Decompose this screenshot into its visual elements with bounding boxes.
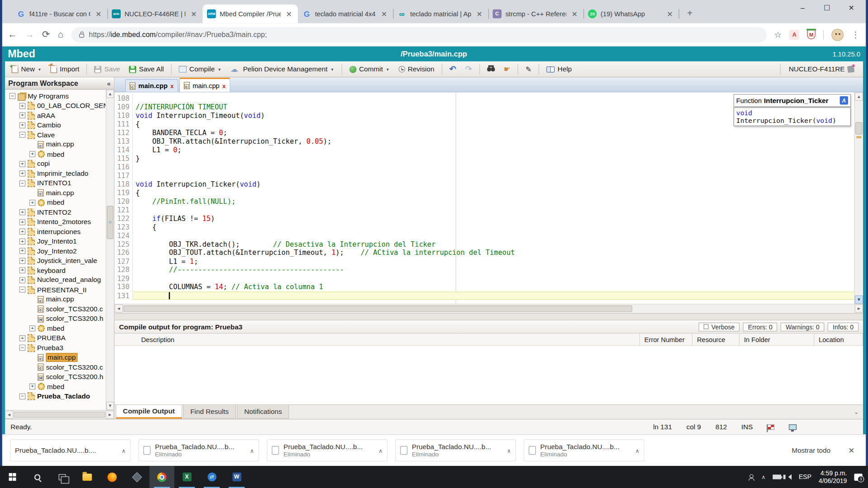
code-line[interactable]: 129	[114, 274, 854, 283]
browser-tab[interactable]: ∞teclado matricial | Apre✕	[393, 5, 488, 23]
close-tab-icon[interactable]: ✕	[665, 9, 675, 18]
firefox-button[interactable]	[99, 466, 124, 488]
browser-tab[interactable]: 20(19) WhatsApp✕	[584, 5, 679, 23]
scroll-thumb[interactable]	[855, 122, 863, 135]
compile-column-header[interactable]: Location	[814, 333, 863, 345]
tree-item[interactable]: +mbed	[5, 198, 106, 207]
close-editor-tab-icon[interactable]: x	[170, 82, 174, 89]
reload-button[interactable]: ⟳	[42, 29, 50, 41]
code-line[interactable]: 127 L1 = 1;	[114, 257, 854, 266]
code-line[interactable]: 131	[114, 291, 854, 300]
commit-button[interactable]: Commit▼	[346, 64, 393, 75]
tree-item[interactable]: +Joy_Intento2	[5, 246, 106, 256]
code-line[interactable]: 125 OBJ_TKR.detach(); // Desactiva la In…	[114, 240, 854, 249]
save-all-button[interactable]: Save All	[126, 64, 167, 75]
tree-item[interactable]: scolor_TCS3200.h	[5, 372, 106, 381]
collapse-icon[interactable]: −	[19, 393, 25, 399]
download-item[interactable]: Prueba_Taclado.NU....b...Eliminado∧	[524, 439, 644, 461]
tree-item[interactable]: +mbed	[5, 150, 106, 159]
adobe-extension-icon[interactable]: A	[789, 30, 799, 40]
collapse-icon[interactable]: −	[19, 287, 25, 293]
tree-item[interactable]: scolor_TCS3200.c	[5, 362, 106, 372]
new-tab-button[interactable]: +	[682, 5, 698, 21]
pelion-button[interactable]: ☁ Pelion Device Management▼	[227, 64, 338, 75]
close-tab-icon[interactable]: ✕	[94, 9, 103, 18]
close-editor-tab-icon[interactable]: x	[222, 82, 226, 89]
mcafee-extension-icon[interactable]: M	[807, 30, 815, 39]
expand-icon[interactable]: +	[19, 161, 25, 167]
tree-item[interactable]: +mbed	[5, 324, 106, 333]
expand-icon[interactable]: +	[19, 267, 25, 273]
errors-count[interactable]: Errors: 0	[743, 322, 778, 331]
tree-item[interactable]: +INTENTO2	[5, 207, 106, 217]
scroll-thumb[interactable]	[123, 305, 632, 312]
expand-icon[interactable]: +	[19, 113, 25, 118]
tree-item[interactable]: +mbed	[5, 382, 106, 391]
tree-item[interactable]: +aRAA	[5, 111, 106, 120]
tree-item[interactable]: +Joystick_inten_vale	[5, 256, 106, 265]
undo-button[interactable]: ↶	[446, 62, 459, 75]
sync-app-button[interactable]: ⇄	[199, 466, 224, 488]
tree-item[interactable]: main.cpp	[5, 140, 106, 149]
scroll-right-icon[interactable]: ►	[855, 304, 863, 312]
tree-item[interactable]: +Nucleo_read_analog	[5, 275, 106, 285]
close-tab-icon[interactable]: ✕	[284, 9, 293, 18]
tree-item[interactable]: −PRESENTAR_II	[5, 285, 106, 295]
compile-button[interactable]: Compile▼	[175, 64, 225, 75]
scroll-down-icon[interactable]: ▼	[855, 296, 863, 304]
compile-column-header[interactable]: In Folder	[740, 333, 814, 345]
download-menu-chevron[interactable]: ∧	[378, 447, 382, 453]
editor-vertical-scrollbar[interactable]: ▲ ▼	[854, 92, 863, 304]
output-tab-find-results[interactable]: Find Results	[183, 405, 236, 419]
panel-chevron-icon[interactable]: ⌄	[849, 409, 863, 415]
back-button[interactable]: ←	[8, 29, 17, 40]
language-indicator[interactable]: ESP	[799, 474, 811, 480]
tree-item[interactable]: +copi	[5, 159, 106, 169]
code-line[interactable]: 115}	[114, 154, 854, 163]
code-line[interactable]: 116	[114, 163, 854, 171]
code-line[interactable]: 124	[114, 231, 854, 240]
scroll-left-icon[interactable]: ◄	[5, 411, 13, 419]
code-line[interactable]: 118void Interrupcion_Ticker(void)	[114, 180, 854, 188]
sidebar-horizontal-scrollbar[interactable]: ◄ ►	[5, 410, 114, 419]
speaker-icon[interactable]	[788, 474, 791, 479]
code-line[interactable]: 112 BANDERA_TECLA = 0;	[114, 128, 854, 137]
browser-tab[interactable]: Gteclado matricial 4x4 d✕	[298, 5, 393, 23]
close-tab-icon[interactable]: ✕	[475, 9, 484, 18]
help-button[interactable]: Help	[543, 64, 576, 75]
expand-icon[interactable]: +	[19, 238, 25, 244]
expand-icon[interactable]: +	[29, 325, 35, 331]
tree-item[interactable]: +PRUEBA	[5, 333, 106, 343]
scroll-thumb[interactable]	[14, 412, 105, 418]
scroll-right-icon[interactable]: ►	[106, 411, 114, 419]
expand-icon[interactable]: +	[19, 122, 25, 128]
forward-button[interactable]: →	[25, 29, 34, 40]
hidden-icons-chevron[interactable]: ∧	[761, 474, 765, 480]
download-item[interactable]: Prueba_Taclado.NU....b...Eliminado∧	[138, 439, 259, 461]
close-window-button[interactable]: ✕	[839, 0, 863, 17]
expand-icon[interactable]: +	[29, 384, 35, 389]
scroll-down-icon[interactable]: ▼	[106, 402, 114, 410]
editor-tab[interactable]: main.cppx	[125, 79, 178, 92]
tree-item[interactable]: −Prueba_Taclado	[5, 391, 106, 401]
expand-icon[interactable]: +	[19, 248, 25, 254]
import-button[interactable]: ⬏ Import	[47, 64, 83, 75]
download-menu-chevron[interactable]: ∧	[507, 447, 511, 453]
wizard-button[interactable]: ✎	[522, 63, 535, 75]
url-field[interactable]: https://ide.mbed.com/compiler/#nav:/Prue…	[71, 27, 766, 42]
target-device-button[interactable]: NUCLEO-F411RE	[785, 64, 857, 75]
profile-avatar[interactable]	[831, 28, 844, 41]
browser-menu-icon[interactable]: ⋮	[851, 30, 860, 40]
start-button[interactable]	[0, 466, 25, 488]
output-tab-compile-output[interactable]: Compile Output	[116, 405, 182, 419]
collapse-icon[interactable]: −	[9, 93, 15, 99]
download-menu-chevron[interactable]: ∧	[122, 447, 126, 453]
browser-tab[interactable]: Gf411re - Buscar con Go✕	[12, 5, 108, 23]
show-all-downloads-button[interactable]: Mostrar todo	[785, 446, 837, 454]
warnings-count[interactable]: Warnings: 0	[781, 322, 825, 331]
code-line[interactable]: 114 L1 = 0;	[114, 145, 854, 154]
scroll-up-icon[interactable]: ▲	[855, 92, 863, 100]
expand-icon[interactable]: +	[29, 151, 35, 157]
word-button[interactable]: W	[224, 466, 249, 488]
expand-icon[interactable]: +	[19, 335, 25, 341]
